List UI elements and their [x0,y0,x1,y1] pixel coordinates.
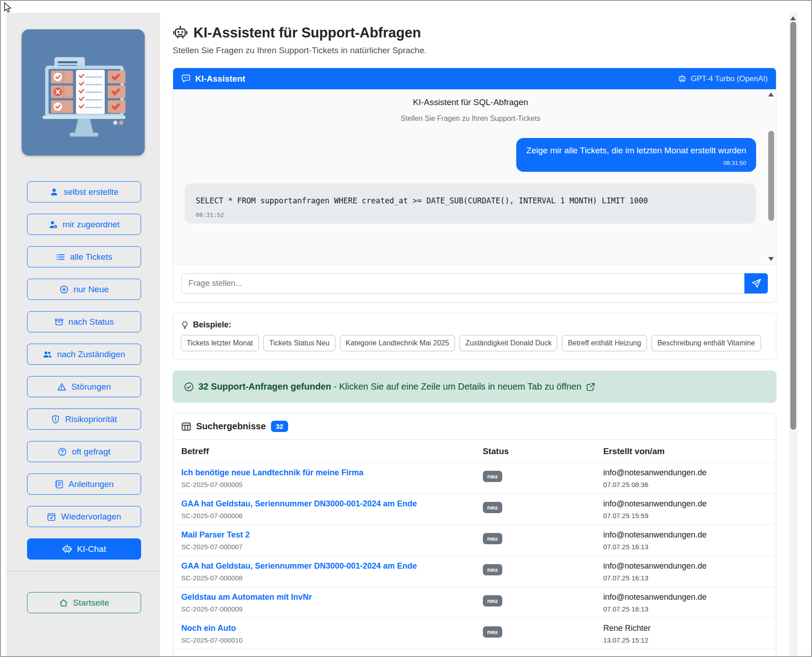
ticket-link[interactable]: Ventil defekta [181,655,467,657]
table-icon [181,422,191,432]
question-input[interactable] [181,273,744,294]
example-chip[interactable]: Betreff enthält Heizung [562,335,647,351]
results-table: Betreff Status Erstellt von/am Ich benöt… [173,440,776,657]
page-subtitle: Stellen Sie Fragen zu Ihren Support-Tick… [173,46,776,55]
created-by: Rene Richter [603,624,768,633]
table-row[interactable]: Geldstau am Automaten mit InvNrSC-2025-0… [173,587,776,618]
sidebar-item-risikoprioritaet[interactable]: Risikopriorität [27,409,141,430]
example-chip[interactable]: Zuständigkeit Donald Duck [459,335,557,351]
table-row[interactable]: Ventil defekta neu Rene Richter [173,649,776,657]
check-circle-icon [184,382,194,392]
created-at: 07.07.25 16:13 [603,574,768,582]
chat-scrollbar-thumb[interactable] [768,131,774,221]
created-at: 07.07.25 08:36 [603,481,768,488]
example-chip[interactable]: Beschreibung enthält Vitamine [651,335,761,351]
main-content: KI-Assistent für Support-Abfragen Stelle… [173,13,776,657]
table-row[interactable]: GAA hat Geldstau, Seriennummer DN3000-00… [173,556,776,587]
table-header-row: Betreff Status Erstellt von/am [173,440,776,463]
sidebar-item-nach-zustaendigen[interactable]: nach Zuständigen [27,344,141,365]
examples-label: Beispiele: [181,320,768,330]
status-badge: neu [483,595,502,606]
lightbulb-icon [181,321,189,329]
created-at: 07.07.25 16:13 [603,543,768,551]
checklist-monitor-illustration [32,42,134,143]
scroll-down-arrow-icon[interactable] [768,257,774,261]
ticket-link[interactable]: Mail Parser Test 2 [181,530,467,540]
chat-intro-title: KI-Assistent für SQL-Abfragen [185,97,756,107]
created-by: info@notesanwendungen.de [603,561,768,571]
sidebar-item-label: KI-Chat [77,544,106,554]
example-chip[interactable]: Tickets Status Neu [263,335,335,351]
created-at: 07.07.25 15:59 [603,512,768,519]
results-found-banner: 32 Support-Anfragen gefunden - Klicken S… [173,371,776,403]
ticket-id: SC-2025-07-000009 [181,605,467,613]
sidebar-item-nach-status[interactable]: nach Status [27,311,141,332]
chat-input-row [173,264,776,302]
sidebar-item-startseite[interactable]: Startseite [27,592,141,613]
robot-icon [173,25,188,41]
sidebar-item-label: Risikopriorität [65,414,117,424]
example-chips: Tickets letzter Monat Tickets Status Neu… [181,335,768,351]
sidebar-item-nur-neue[interactable]: nur Neue [27,279,141,300]
ticket-link[interactable]: Noch ein Auto [181,624,467,633]
ticket-link[interactable]: Geldstau am Automaten mit InvNr [181,593,467,602]
sidebar-item-label: nur Neue [73,285,109,294]
ticket-id: SC-2025-07-000010 [181,636,467,644]
sidebar-item-selbst-erstellte[interactable]: selbst erstellte [27,181,141,202]
mouse-cursor [3,2,13,14]
sidebar-item-label: Störungen [71,382,111,392]
robot-icon [678,74,687,83]
results-panel: Suchergebnisse 32 Betreff Status Erstell… [173,413,776,657]
sidebar-item-mir-zugeordnet[interactable]: mir zugeordnet [27,214,141,235]
sidebar-item-ki-chat[interactable]: KI-Chat [27,538,141,560]
results-title: Suchergebnisse [196,421,266,432]
page-scrollbar-thumb[interactable] [790,22,796,430]
bot-message-time: 08:31:52 [196,211,745,218]
scroll-up-arrow-icon[interactable] [790,16,796,20]
person-check-icon [49,220,58,229]
page-scrollbar[interactable] [789,13,798,656]
sidebar-item-alle-tickets[interactable]: alle Tickets [27,246,141,267]
sidebar-item-wiedervorlagen[interactable]: Wiedervorlagen [27,506,141,527]
person-icon [50,188,59,197]
banner-hint-text: - Klicken Sie auf eine Zeile um Details … [334,381,582,391]
created-by: info@notesanwendungen.de [603,593,768,602]
app-logo [22,29,145,156]
column-header-erstellt: Erstellt von/am [595,440,776,463]
warning-triangle-icon [57,382,66,391]
created-by: info@notesanwendungen.de [603,530,768,540]
table-row[interactable]: Ich benötige neue Landtechnik für meine … [173,463,776,494]
page-title: KI-Assistent für Support-Abfragen [173,25,776,41]
robot-icon [62,544,72,554]
list-icon [56,253,65,262]
table-row[interactable]: Mail Parser Test 2SC-2025-07-000007 neu … [173,525,776,556]
table-row[interactable]: GAA hat Geldstau, Seriennummer DN3000-00… [173,494,776,525]
sidebar-item-label: oft gefragt [72,447,110,457]
results-header: Suchergebnisse 32 [173,413,776,440]
chat-scrollbar[interactable] [768,90,775,263]
ticket-link[interactable]: GAA hat Geldstau, Seriennummer DN3000-00… [181,499,467,509]
sidebar-item-anleitungen[interactable]: Anleitungen [27,473,141,495]
examples-panel: Beispiele: Tickets letzter Monat Tickets… [173,313,776,359]
shield-exclamation-icon [51,415,60,424]
sidebar-item-stoerungen[interactable]: Störungen [27,376,141,397]
ticket-id: SC-2025-07-000005 [181,481,467,488]
ticket-id: SC-2025-07-000007 [181,543,467,551]
people-icon [43,350,52,359]
table-row[interactable]: Noch ein AutoSC-2025-07-000010 neu Rene … [173,618,776,649]
user-message-time: 08:31:50 [526,160,746,166]
results-count-badge: 32 [271,421,289,432]
example-chip[interactable]: Kategorie Landtechnik Mai 2025 [340,335,455,351]
ticket-link[interactable]: Ich benötige neue Landtechnik für meine … [181,468,467,478]
sidebar-divider [6,571,160,571]
user-message-bubble: Zeige mir alle Tickets, die im letzten M… [516,138,756,172]
sidebar-item-label: Startseite [73,598,109,608]
sidebar-item-oft-gefragt[interactable]: oft gefragt [27,441,141,462]
sidebar-item-label: nach Status [69,317,114,327]
scroll-up-arrow-icon[interactable] [768,92,774,96]
send-button[interactable] [744,273,768,294]
example-chip[interactable]: Tickets letzter Monat [181,335,259,351]
sidebar-item-label: nach Zuständigen [57,349,125,359]
ticket-link[interactable]: GAA hat Geldstau, Seriennummer DN3000-00… [181,561,467,571]
journal-icon [55,480,64,489]
